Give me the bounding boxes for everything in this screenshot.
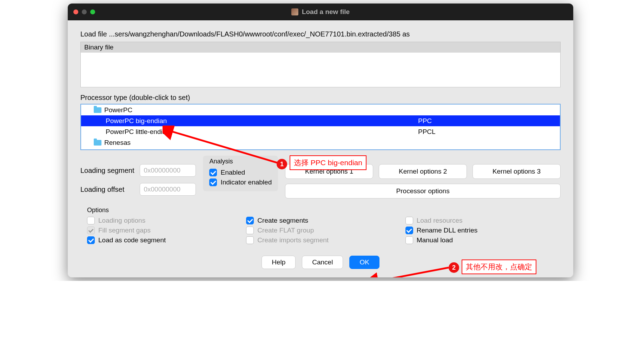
analysis-enabled-row[interactable]: Enabled — [209, 169, 272, 176]
right-buttons: Kernel options 1 Kernel options 2 Kernel… — [285, 164, 561, 198]
analysis-enabled-label: Enabled — [220, 169, 245, 176]
mid-panel: Loading segment Loading offset Analysis … — [80, 156, 561, 198]
processor-group-label: Renesas — [104, 139, 131, 147]
loading-segment-label: Loading segment — [80, 167, 134, 175]
opt-label: Rename DLL entries — [417, 227, 478, 234]
processor-type-label: Processor type (double-click to set) — [80, 94, 561, 102]
checkbox-icon[interactable] — [209, 169, 217, 176]
file-type-list[interactable]: Binary file — [80, 42, 561, 87]
analysis-indicator-label: Indicator enabled — [220, 178, 272, 186]
processor-group-renesas[interactable]: Renesas — [81, 137, 560, 148]
processor-group-label: PowerPC — [104, 106, 132, 114]
checkbox-icon — [246, 227, 254, 234]
opt-label: Create FLAT group — [257, 227, 314, 234]
loading-grid: Loading segment Loading offset — [80, 164, 196, 196]
minimize-icon[interactable] — [82, 9, 87, 14]
analysis-indicator-row[interactable]: Indicator enabled — [209, 178, 272, 186]
file-type-selected[interactable]: Binary file — [81, 42, 560, 53]
checkbox-icon[interactable] — [405, 227, 413, 234]
checkbox-icon — [405, 217, 413, 224]
opt-label: Create segments — [257, 217, 308, 224]
processor-list[interactable]: PowerPC PowerPC big-endian PPC PowerPC l… — [80, 104, 561, 150]
processor-options-button[interactable]: Processor options — [285, 184, 561, 198]
loading-offset-label: Loading offset — [80, 186, 134, 194]
opt-load-resources: Load resources — [405, 217, 554, 224]
body: Load file ...sers/wangzhenghan/Downloads… — [68, 20, 573, 277]
checkbox-icon — [87, 217, 95, 224]
window-title: Load a new file — [302, 8, 350, 16]
processor-item-code: PPC — [418, 117, 560, 125]
options-title: Options — [87, 207, 554, 214]
processor-item-name: PowerPC big-endian — [106, 117, 167, 125]
processor-item-ppc-be[interactable]: PowerPC big-endian PPC — [81, 115, 560, 126]
checkbox-icon[interactable] — [246, 217, 254, 224]
traffic-lights — [73, 9, 95, 14]
ok-button[interactable]: OK — [349, 256, 379, 269]
opt-rename-dll[interactable]: Rename DLL entries — [405, 227, 554, 234]
opt-fill-gaps: Fill segment gaps — [87, 227, 236, 234]
processor-item-code: PPCL — [418, 128, 560, 136]
opt-create-imports: Create imports segment — [246, 236, 395, 244]
folder-icon — [94, 107, 101, 113]
kernel-options-2-button[interactable]: Kernel options 2 — [379, 164, 467, 179]
processor-item-name: PowerPC little-endian — [106, 128, 170, 136]
options-frame: Options Loading options Create segments … — [80, 204, 561, 249]
title-center: Load a new file — [291, 8, 350, 16]
kernel-options-3-button[interactable]: Kernel options 3 — [473, 164, 561, 179]
checkbox-icon[interactable] — [405, 236, 413, 244]
opt-create-segments[interactable]: Create segments — [246, 217, 395, 224]
kernel-options-1-button[interactable]: Kernel options 1 — [285, 164, 373, 179]
analysis-panel: Analysis Enabled Indicator enabled — [203, 156, 278, 191]
svg-line-3 — [375, 268, 449, 277]
app-icon — [291, 8, 298, 15]
opt-load-code-segment[interactable]: Load as code segment — [87, 236, 236, 244]
checkbox-icon — [246, 236, 254, 244]
processor-item-ppc-le[interactable]: PowerPC little-endian PPCL — [81, 126, 560, 137]
opt-label: Fill segment gaps — [98, 227, 151, 234]
maximize-icon[interactable] — [90, 9, 95, 14]
checkbox-icon[interactable] — [87, 236, 95, 244]
cancel-button[interactable]: Cancel — [302, 256, 343, 269]
opt-label: Load resources — [417, 217, 463, 224]
bottom-buttons: Help Cancel OK — [80, 256, 561, 269]
loading-offset-input[interactable] — [140, 183, 196, 196]
opt-label: Loading options — [98, 217, 145, 224]
checkbox-icon[interactable] — [209, 178, 217, 186]
window: Load a new file Load file ...sers/wangzh… — [68, 4, 573, 277]
folder-icon — [94, 140, 101, 146]
analysis-title: Analysis — [209, 158, 272, 165]
opt-label: Create imports segment — [257, 236, 329, 244]
opt-create-flat: Create FLAT group — [246, 227, 395, 234]
opt-loading-options: Loading options — [87, 217, 236, 224]
titlebar: Load a new file — [68, 4, 573, 20]
opt-label: Load as code segment — [98, 236, 166, 244]
opt-manual-load[interactable]: Manual load — [405, 236, 554, 244]
opt-label: Manual load — [417, 236, 453, 244]
processor-group-powerpc[interactable]: PowerPC — [81, 105, 560, 115]
load-file-path: Load file ...sers/wangzhenghan/Downloads… — [80, 30, 561, 38]
checkbox-icon — [87, 227, 95, 234]
close-icon[interactable] — [73, 9, 78, 14]
help-button[interactable]: Help — [262, 256, 296, 269]
loading-segment-input[interactable] — [140, 164, 196, 177]
